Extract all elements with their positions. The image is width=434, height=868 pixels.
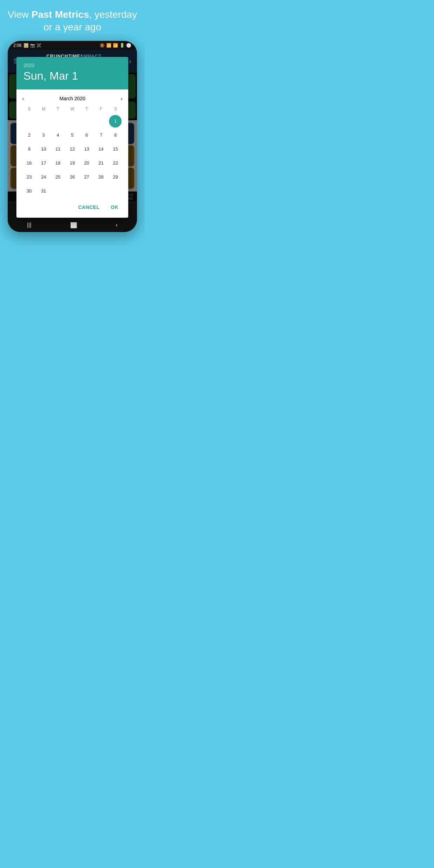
calendar-day[interactable]: 20 xyxy=(80,157,93,169)
calendar-body: ‹ March 2020 › S M T W T F S xyxy=(16,89,128,198)
calendar-day[interactable]: 15 xyxy=(109,143,122,155)
calendar-day[interactable]: 3 xyxy=(37,129,50,142)
weekday-thu: T xyxy=(80,105,94,113)
nav-forward-arrow[interactable]: › xyxy=(129,57,131,65)
calendar-day[interactable]: 19 xyxy=(66,157,79,169)
calendar-weekdays: S M T W T F S xyxy=(22,105,123,113)
status-mute-icon: 🔕 xyxy=(100,43,105,48)
system-back-button[interactable]: ||| xyxy=(27,222,31,228)
status-icons: 🖼️ 📷 ✖️ xyxy=(23,43,42,48)
calendar-grid: S M T W T F S 12345678910111213141516171… xyxy=(22,105,123,198)
calendar-days: 1234567891011121314151617181920212223242… xyxy=(22,114,123,198)
calendar-day[interactable]: 8 xyxy=(109,129,122,142)
calendar-day[interactable]: 25 xyxy=(52,171,64,183)
calendar-day[interactable]: 29 xyxy=(109,171,122,183)
calendar-day[interactable]: 7 xyxy=(95,129,107,142)
calendar-day[interactable]: 21 xyxy=(95,157,107,169)
calendar-day[interactable]: 27 xyxy=(80,171,93,183)
calendar-day[interactable]: 11 xyxy=(52,143,64,155)
banner-line2: or a year ago xyxy=(44,22,101,32)
status-signal-icon: 📶 xyxy=(113,43,118,48)
calendar-day[interactable]: 10 xyxy=(37,143,50,155)
calendar-day[interactable]: 16 xyxy=(23,157,36,169)
dialog-header: 2020 Sun, Mar 1 xyxy=(16,57,128,89)
weekday-wed: W xyxy=(65,105,79,113)
calendar-day[interactable]: 17 xyxy=(37,157,50,169)
app-body: $ 3,890 $ 3,526 xyxy=(8,73,137,202)
status-camera-icon: ⚪ xyxy=(126,43,131,48)
status-time: 2:08 xyxy=(13,43,21,48)
dialog-year: 2020 xyxy=(23,63,121,68)
chevron-right-icon: › xyxy=(129,57,131,65)
calendar-day[interactable]: 2 xyxy=(23,129,36,142)
calendar-month-label: March 2020 xyxy=(59,96,85,101)
calendar-day[interactable]: 23 xyxy=(23,171,36,183)
dialog-overlay: 2020 Sun, Mar 1 ‹ March 2020 › S M T xyxy=(8,73,137,202)
calendar-day[interactable]: 6 xyxy=(80,129,93,142)
calendar-day[interactable]: 5 xyxy=(66,129,79,142)
date-picker-dialog: 2020 Sun, Mar 1 ‹ March 2020 › S M T xyxy=(16,57,128,218)
dialog-selected-date: Sun, Mar 1 xyxy=(23,70,121,82)
calendar-nav: ‹ March 2020 › xyxy=(22,92,123,105)
weekday-sun: S xyxy=(22,105,36,113)
calendar-day[interactable]: 13 xyxy=(80,143,93,155)
system-recent-button[interactable]: ‹ xyxy=(116,222,117,228)
weekday-sat: S xyxy=(108,105,123,113)
status-wifi-icon: 📶 xyxy=(106,43,111,48)
calendar-day[interactable]: 28 xyxy=(95,171,107,183)
system-nav: ||| ⬜ ‹ xyxy=(8,219,137,232)
calendar-day[interactable]: 26 xyxy=(66,171,79,183)
calendar-day[interactable]: 24 xyxy=(37,171,50,183)
cancel-button[interactable]: CANCEL xyxy=(74,202,104,212)
calendar-day[interactable]: 9 xyxy=(23,143,36,155)
calendar-day[interactable]: 12 xyxy=(66,143,79,155)
status-battery-icon: 🔋 xyxy=(120,43,125,48)
calendar-day[interactable]: 14 xyxy=(95,143,107,155)
phone-frame: 2:08 🖼️ 📷 ✖️ 🔕 📶 📶 🔋 ⚪ ☰ CRUNCHTIME!IMPA… xyxy=(8,41,137,232)
weekday-fri: F xyxy=(94,105,108,113)
calendar-day[interactable]: 31 xyxy=(37,185,50,197)
system-home-button[interactable]: ⬜ xyxy=(70,222,77,229)
dialog-actions: CANCEL OK xyxy=(16,198,128,218)
weekday-tue: T xyxy=(51,105,65,113)
top-banner: View Past Metrics, yesterday or a year a… xyxy=(0,0,145,41)
status-bar: 2:08 🖼️ 📷 ✖️ 🔕 📶 📶 🔋 ⚪ xyxy=(8,41,137,50)
calendar-day[interactable]: 4 xyxy=(52,129,64,142)
calendar-day[interactable]: 22 xyxy=(109,157,122,169)
calendar-day[interactable]: 18 xyxy=(52,157,64,169)
ok-button[interactable]: OK xyxy=(107,202,123,212)
calendar-prev-arrow[interactable]: ‹ xyxy=(22,95,24,102)
calendar-next-arrow[interactable]: › xyxy=(121,95,123,102)
weekday-mon: M xyxy=(36,105,51,113)
calendar-day[interactable]: 30 xyxy=(23,185,36,197)
calendar-day[interactable]: 1 xyxy=(109,115,122,128)
banner-line1: View Past Metrics, yesterday xyxy=(8,9,137,20)
